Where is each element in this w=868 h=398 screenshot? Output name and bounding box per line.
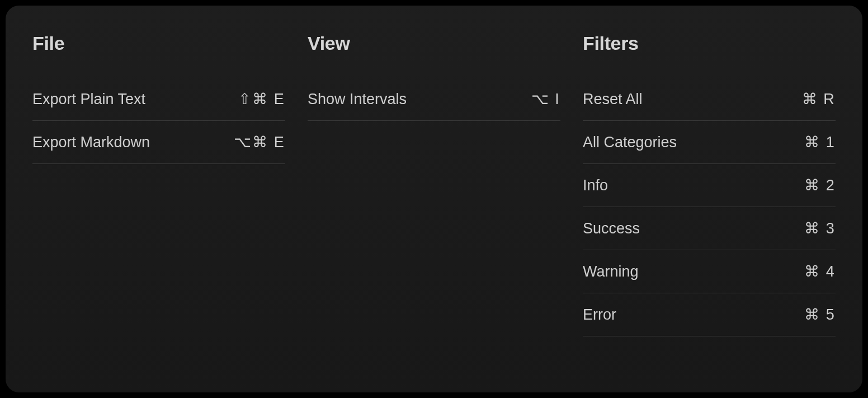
item-label: Reset All — [583, 91, 643, 108]
item-shortcut: ⌘ 1 — [804, 133, 836, 151]
item-shortcut: ⌘ 4 — [804, 263, 836, 280]
reset-all[interactable]: Reset All ⌘ R — [583, 78, 836, 121]
item-label: Export Plain Text — [32, 91, 145, 108]
item-label: Warning — [583, 263, 639, 280]
export-plain-text[interactable]: Export Plain Text ⇧⌘ E — [32, 78, 285, 121]
item-shortcut: ⌘ R — [802, 90, 836, 108]
filters-header: Filters — [583, 32, 836, 54]
item-shortcut: ⌘ 2 — [804, 176, 836, 194]
success[interactable]: Success ⌘ 3 — [583, 207, 836, 250]
item-label: All Categories — [583, 134, 677, 151]
item-label: Show Intervals — [308, 91, 407, 108]
item-shortcut: ⌘ 3 — [804, 219, 836, 237]
shortcuts-panel: File Export Plain Text ⇧⌘ E Export Markd… — [6, 6, 862, 392]
warning[interactable]: Warning ⌘ 4 — [583, 250, 836, 293]
file-header: File — [32, 32, 285, 54]
file-column: File Export Plain Text ⇧⌘ E Export Markd… — [32, 32, 285, 370]
all-categories[interactable]: All Categories ⌘ 1 — [583, 121, 836, 164]
item-shortcut: ⇧⌘ E — [238, 90, 285, 108]
item-label: Error — [583, 306, 616, 324]
error[interactable]: Error ⌘ 5 — [583, 293, 836, 336]
export-markdown[interactable]: Export Markdown ⌥⌘ E — [32, 121, 285, 164]
view-header: View — [308, 32, 560, 54]
item-label: Success — [583, 220, 640, 237]
item-label: Info — [583, 177, 608, 194]
item-shortcut: ⌥ I — [531, 90, 560, 108]
show-intervals[interactable]: Show Intervals ⌥ I — [308, 78, 560, 121]
view-column: View Show Intervals ⌥ I — [308, 32, 560, 370]
item-shortcut: ⌥⌘ E — [234, 133, 285, 151]
filters-column: Filters Reset All ⌘ R All Categories ⌘ 1… — [583, 32, 836, 370]
item-label: Export Markdown — [32, 134, 150, 151]
info[interactable]: Info ⌘ 2 — [583, 164, 836, 207]
item-shortcut: ⌘ 5 — [804, 306, 836, 324]
